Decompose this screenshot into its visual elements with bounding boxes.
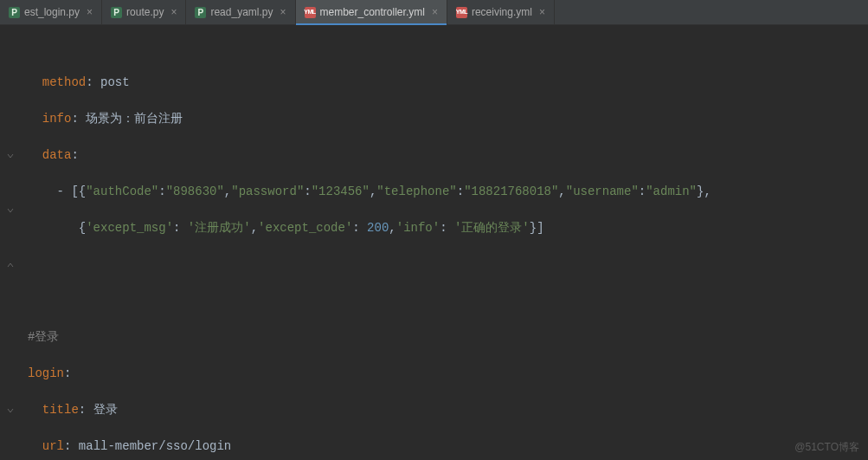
code-line: {'except_msg': '注册成功','except_code': 200…: [23, 219, 868, 237]
watermark: @51CTO博客: [794, 439, 859, 455]
code-line: info: 场景为：前台注册: [23, 110, 868, 128]
python-icon: P: [195, 7, 206, 18]
tab-bar: Pest_login.py× Proute.py× Pread_yaml.py×…: [0, 0, 868, 25]
tab-read-yaml[interactable]: Pread_yaml.py×: [186, 0, 295, 24]
fold-icon[interactable]: [0, 146, 21, 165]
code-line: [23, 256, 868, 274]
tab-member-controller[interactable]: YMLmember_controller.yml×: [296, 0, 447, 24]
yaml-icon: YML: [305, 7, 316, 18]
tab-receiving[interactable]: YMLreceiving.yml×: [447, 0, 555, 24]
close-icon[interactable]: ×: [170, 4, 177, 20]
code-line: - [{"authCode":"898630","password":"1234…: [23, 183, 868, 201]
tab-label: est_login.py: [24, 4, 80, 20]
code-line: method: post: [23, 74, 868, 92]
code-line: data:: [23, 146, 868, 165]
code-line: [23, 292, 868, 310]
tab-label: receiving.yml: [472, 4, 532, 20]
yaml-icon: YML: [456, 7, 467, 18]
code-editor[interactable]: method: post info: 场景为：前台注册 data: - [{"a…: [0, 25, 868, 460]
close-icon[interactable]: ×: [87, 4, 93, 20]
code-line: url: mall-member/sso/login: [23, 437, 868, 456]
code-line: #登录: [23, 328, 868, 347]
python-icon: P: [111, 7, 122, 18]
tab-label: route.py: [126, 4, 164, 20]
python-icon: P: [9, 7, 20, 18]
tab-est-login[interactable]: Pest_login.py×: [0, 0, 102, 24]
close-icon[interactable]: ×: [539, 4, 545, 20]
tab-label: member_controller.yml: [320, 4, 425, 20]
close-icon[interactable]: ×: [432, 4, 438, 20]
fold-icon[interactable]: [0, 401, 21, 419]
code-line: login:: [23, 365, 868, 383]
tab-route[interactable]: Proute.py×: [102, 0, 186, 24]
fold-end-icon[interactable]: [0, 256, 21, 274]
fold-icon[interactable]: [0, 201, 21, 219]
gutter: [0, 37, 21, 460]
code-line: title: 登录: [23, 401, 868, 419]
tab-label: read_yaml.py: [210, 4, 273, 20]
close-icon[interactable]: ×: [280, 4, 286, 20]
